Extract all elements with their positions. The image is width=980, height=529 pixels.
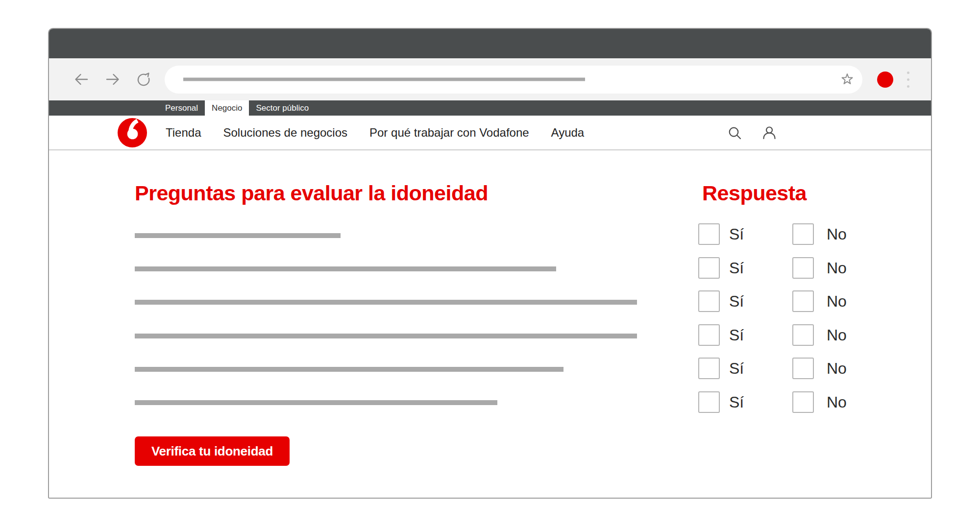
forward-icon[interactable] bbox=[104, 71, 122, 88]
search-icon[interactable] bbox=[727, 125, 742, 140]
no-label: No bbox=[827, 290, 847, 312]
answer-row: Sí No bbox=[698, 290, 860, 312]
no-label: No bbox=[827, 257, 847, 279]
answer-row: Sí No bbox=[698, 324, 860, 346]
no-checkbox[interactable] bbox=[792, 223, 814, 245]
no-checkbox[interactable] bbox=[792, 358, 814, 379]
yes-checkbox[interactable] bbox=[698, 324, 720, 346]
nav-items: Tienda Soluciones de negocios Por qué tr… bbox=[166, 126, 584, 140]
yes-label: Sí bbox=[729, 358, 744, 379]
no-checkbox[interactable] bbox=[792, 290, 814, 312]
no-label: No bbox=[827, 358, 847, 379]
tab-sector-publico[interactable]: Sector público bbox=[249, 100, 316, 116]
bookmark-star-icon[interactable] bbox=[841, 73, 854, 86]
back-icon[interactable] bbox=[73, 71, 90, 88]
question-line bbox=[135, 233, 341, 238]
nav-item-por-que-trabajar[interactable]: Por qué trabajar con Vodafone bbox=[369, 126, 529, 140]
question-line bbox=[135, 300, 637, 305]
audience-tabstrip: Personal Negocio Sector público bbox=[49, 100, 931, 116]
menu-dot bbox=[907, 78, 909, 81]
profile-avatar[interactable] bbox=[877, 72, 893, 88]
yes-label: Sí bbox=[729, 391, 744, 413]
question-line bbox=[135, 334, 637, 338]
answer-row: Sí No bbox=[698, 223, 860, 245]
no-checkbox[interactable] bbox=[792, 324, 814, 346]
yes-checkbox[interactable] bbox=[698, 391, 720, 413]
browser-menu-icon[interactable] bbox=[907, 72, 909, 88]
yes-checkbox[interactable] bbox=[698, 358, 720, 379]
no-label: No bbox=[827, 324, 847, 346]
question-line bbox=[135, 266, 556, 271]
browser-titlebar bbox=[49, 29, 931, 58]
questions-title: Preguntas para evaluar la idoneidad bbox=[135, 181, 488, 205]
yes-label: Sí bbox=[729, 290, 744, 312]
menu-dot bbox=[907, 85, 909, 88]
answers-title: Respuesta bbox=[702, 181, 807, 205]
no-label: No bbox=[827, 223, 847, 245]
page: Personal Negocio Sector público Tienda S… bbox=[0, 0, 980, 529]
answer-row: Sí No bbox=[698, 358, 860, 379]
no-label: No bbox=[827, 391, 847, 413]
tab-personal[interactable]: Personal bbox=[158, 100, 205, 116]
yes-label: Sí bbox=[729, 257, 744, 279]
nav-item-tienda[interactable]: Tienda bbox=[166, 126, 201, 140]
answer-row: Sí No bbox=[698, 257, 860, 279]
yes-label: Sí bbox=[729, 324, 744, 346]
answer-row: Sí No bbox=[698, 391, 860, 413]
url-placeholder-line bbox=[183, 78, 585, 81]
yes-checkbox[interactable] bbox=[698, 257, 720, 279]
question-line bbox=[135, 400, 497, 405]
nav-item-ayuda[interactable]: Ayuda bbox=[551, 126, 585, 140]
reload-icon[interactable] bbox=[135, 71, 152, 88]
verify-suitability-button[interactable]: Verifica tu idoneidad bbox=[135, 436, 290, 466]
menu-dot bbox=[907, 72, 909, 74]
yes-checkbox[interactable] bbox=[698, 290, 720, 312]
yes-checkbox[interactable] bbox=[698, 223, 720, 245]
no-checkbox[interactable] bbox=[792, 391, 814, 413]
vodafone-logo-icon[interactable] bbox=[118, 118, 147, 147]
nav-icons bbox=[727, 125, 777, 140]
account-icon[interactable] bbox=[762, 125, 777, 140]
site-navbar: Tienda Soluciones de negocios Por qué tr… bbox=[49, 116, 931, 150]
question-line bbox=[135, 367, 564, 372]
tab-negocio[interactable]: Negocio bbox=[205, 100, 249, 116]
no-checkbox[interactable] bbox=[792, 257, 814, 279]
nav-item-soluciones[interactable]: Soluciones de negocios bbox=[223, 126, 348, 140]
browser-toolbar bbox=[49, 58, 931, 100]
address-bar[interactable] bbox=[165, 66, 862, 94]
yes-label: Sí bbox=[729, 223, 744, 245]
page-content: Preguntas para evaluar la idoneidad Resp… bbox=[49, 150, 931, 497]
browser-window: Personal Negocio Sector público Tienda S… bbox=[48, 28, 932, 499]
